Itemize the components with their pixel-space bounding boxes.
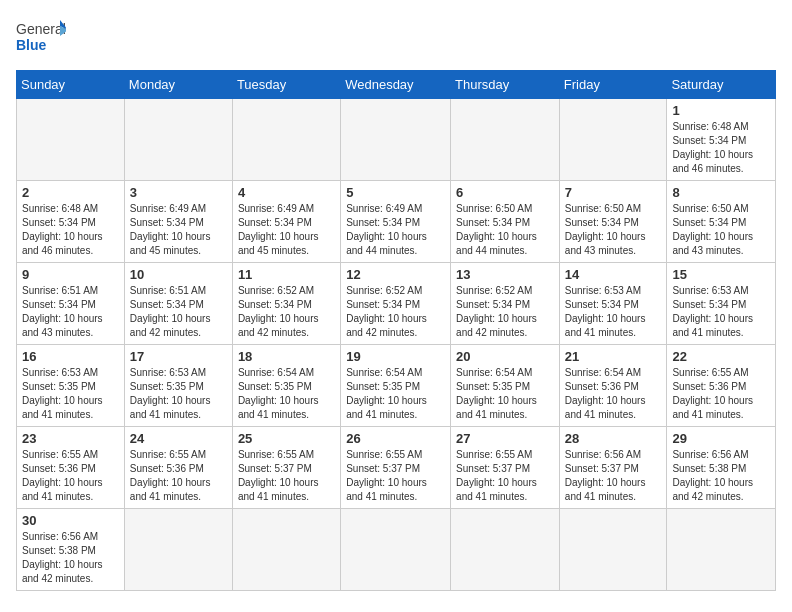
day-info: Sunrise: 6:49 AM Sunset: 5:34 PM Dayligh… (238, 202, 335, 258)
calendar-cell: 15Sunrise: 6:53 AM Sunset: 5:34 PM Dayli… (667, 263, 776, 345)
day-number: 25 (238, 431, 335, 446)
day-info: Sunrise: 6:48 AM Sunset: 5:34 PM Dayligh… (672, 120, 770, 176)
day-number: 28 (565, 431, 662, 446)
day-number: 6 (456, 185, 554, 200)
weekday-header-friday: Friday (559, 71, 667, 99)
header: General Blue (16, 16, 776, 58)
calendar-cell: 14Sunrise: 6:53 AM Sunset: 5:34 PM Dayli… (559, 263, 667, 345)
day-info: Sunrise: 6:49 AM Sunset: 5:34 PM Dayligh… (130, 202, 227, 258)
day-info: Sunrise: 6:49 AM Sunset: 5:34 PM Dayligh… (346, 202, 445, 258)
day-info: Sunrise: 6:55 AM Sunset: 5:36 PM Dayligh… (22, 448, 119, 504)
day-info: Sunrise: 6:53 AM Sunset: 5:34 PM Dayligh… (672, 284, 770, 340)
calendar-week-row: 16Sunrise: 6:53 AM Sunset: 5:35 PM Dayli… (17, 345, 776, 427)
calendar-cell (451, 509, 560, 591)
day-number: 1 (672, 103, 770, 118)
calendar-cell: 20Sunrise: 6:54 AM Sunset: 5:35 PM Dayli… (451, 345, 560, 427)
day-number: 9 (22, 267, 119, 282)
calendar-week-row: 2Sunrise: 6:48 AM Sunset: 5:34 PM Daylig… (17, 181, 776, 263)
weekday-header-wednesday: Wednesday (341, 71, 451, 99)
calendar-cell: 28Sunrise: 6:56 AM Sunset: 5:37 PM Dayli… (559, 427, 667, 509)
day-number: 27 (456, 431, 554, 446)
day-info: Sunrise: 6:56 AM Sunset: 5:37 PM Dayligh… (565, 448, 662, 504)
day-number: 14 (565, 267, 662, 282)
weekday-header-sunday: Sunday (17, 71, 125, 99)
calendar-cell: 13Sunrise: 6:52 AM Sunset: 5:34 PM Dayli… (451, 263, 560, 345)
calendar-cell (451, 99, 560, 181)
day-info: Sunrise: 6:53 AM Sunset: 5:35 PM Dayligh… (130, 366, 227, 422)
day-info: Sunrise: 6:53 AM Sunset: 5:34 PM Dayligh… (565, 284, 662, 340)
weekday-header-thursday: Thursday (451, 71, 560, 99)
logo: General Blue (16, 16, 66, 58)
calendar-cell: 19Sunrise: 6:54 AM Sunset: 5:35 PM Dayli… (341, 345, 451, 427)
calendar-cell (341, 99, 451, 181)
calendar-cell: 9Sunrise: 6:51 AM Sunset: 5:34 PM Daylig… (17, 263, 125, 345)
calendar-cell: 6Sunrise: 6:50 AM Sunset: 5:34 PM Daylig… (451, 181, 560, 263)
weekday-header-row: SundayMondayTuesdayWednesdayThursdayFrid… (17, 71, 776, 99)
weekday-header-tuesday: Tuesday (232, 71, 340, 99)
day-number: 22 (672, 349, 770, 364)
calendar-week-row: 23Sunrise: 6:55 AM Sunset: 5:36 PM Dayli… (17, 427, 776, 509)
calendar-week-row: 30Sunrise: 6:56 AM Sunset: 5:38 PM Dayli… (17, 509, 776, 591)
day-info: Sunrise: 6:54 AM Sunset: 5:35 PM Dayligh… (346, 366, 445, 422)
calendar-cell (124, 509, 232, 591)
day-info: Sunrise: 6:55 AM Sunset: 5:37 PM Dayligh… (238, 448, 335, 504)
day-info: Sunrise: 6:52 AM Sunset: 5:34 PM Dayligh… (456, 284, 554, 340)
calendar-cell: 27Sunrise: 6:55 AM Sunset: 5:37 PM Dayli… (451, 427, 560, 509)
day-number: 26 (346, 431, 445, 446)
day-info: Sunrise: 6:52 AM Sunset: 5:34 PM Dayligh… (238, 284, 335, 340)
day-number: 5 (346, 185, 445, 200)
calendar-cell: 1Sunrise: 6:48 AM Sunset: 5:34 PM Daylig… (667, 99, 776, 181)
day-info: Sunrise: 6:50 AM Sunset: 5:34 PM Dayligh… (565, 202, 662, 258)
day-number: 17 (130, 349, 227, 364)
calendar-cell: 10Sunrise: 6:51 AM Sunset: 5:34 PM Dayli… (124, 263, 232, 345)
day-number: 4 (238, 185, 335, 200)
day-info: Sunrise: 6:55 AM Sunset: 5:36 PM Dayligh… (672, 366, 770, 422)
day-number: 30 (22, 513, 119, 528)
calendar-cell: 2Sunrise: 6:48 AM Sunset: 5:34 PM Daylig… (17, 181, 125, 263)
day-info: Sunrise: 6:53 AM Sunset: 5:35 PM Dayligh… (22, 366, 119, 422)
calendar-cell: 30Sunrise: 6:56 AM Sunset: 5:38 PM Dayli… (17, 509, 125, 591)
calendar-week-row: 1Sunrise: 6:48 AM Sunset: 5:34 PM Daylig… (17, 99, 776, 181)
day-number: 13 (456, 267, 554, 282)
calendar-cell: 11Sunrise: 6:52 AM Sunset: 5:34 PM Dayli… (232, 263, 340, 345)
svg-text:General: General (16, 21, 66, 37)
calendar-cell: 22Sunrise: 6:55 AM Sunset: 5:36 PM Dayli… (667, 345, 776, 427)
day-number: 18 (238, 349, 335, 364)
day-number: 24 (130, 431, 227, 446)
weekday-header-saturday: Saturday (667, 71, 776, 99)
day-number: 2 (22, 185, 119, 200)
day-info: Sunrise: 6:48 AM Sunset: 5:34 PM Dayligh… (22, 202, 119, 258)
day-number: 23 (22, 431, 119, 446)
day-number: 8 (672, 185, 770, 200)
day-info: Sunrise: 6:54 AM Sunset: 5:35 PM Dayligh… (238, 366, 335, 422)
calendar-cell: 3Sunrise: 6:49 AM Sunset: 5:34 PM Daylig… (124, 181, 232, 263)
calendar-cell: 12Sunrise: 6:52 AM Sunset: 5:34 PM Dayli… (341, 263, 451, 345)
day-info: Sunrise: 6:54 AM Sunset: 5:35 PM Dayligh… (456, 366, 554, 422)
calendar-cell (559, 99, 667, 181)
day-info: Sunrise: 6:55 AM Sunset: 5:37 PM Dayligh… (456, 448, 554, 504)
calendar-cell (17, 99, 125, 181)
day-number: 20 (456, 349, 554, 364)
calendar-cell: 23Sunrise: 6:55 AM Sunset: 5:36 PM Dayli… (17, 427, 125, 509)
calendar-cell (341, 509, 451, 591)
day-info: Sunrise: 6:56 AM Sunset: 5:38 PM Dayligh… (672, 448, 770, 504)
logo-svg: General Blue (16, 16, 66, 58)
day-info: Sunrise: 6:55 AM Sunset: 5:37 PM Dayligh… (346, 448, 445, 504)
calendar-cell: 21Sunrise: 6:54 AM Sunset: 5:36 PM Dayli… (559, 345, 667, 427)
day-number: 7 (565, 185, 662, 200)
day-number: 11 (238, 267, 335, 282)
calendar-cell (232, 99, 340, 181)
day-number: 10 (130, 267, 227, 282)
day-info: Sunrise: 6:55 AM Sunset: 5:36 PM Dayligh… (130, 448, 227, 504)
day-info: Sunrise: 6:56 AM Sunset: 5:38 PM Dayligh… (22, 530, 119, 586)
calendar-cell (559, 509, 667, 591)
calendar-cell: 24Sunrise: 6:55 AM Sunset: 5:36 PM Dayli… (124, 427, 232, 509)
calendar-cell (667, 509, 776, 591)
calendar-cell (232, 509, 340, 591)
day-info: Sunrise: 6:51 AM Sunset: 5:34 PM Dayligh… (130, 284, 227, 340)
calendar-cell: 17Sunrise: 6:53 AM Sunset: 5:35 PM Dayli… (124, 345, 232, 427)
day-number: 15 (672, 267, 770, 282)
svg-text:Blue: Blue (16, 37, 47, 53)
day-info: Sunrise: 6:51 AM Sunset: 5:34 PM Dayligh… (22, 284, 119, 340)
day-info: Sunrise: 6:50 AM Sunset: 5:34 PM Dayligh… (456, 202, 554, 258)
